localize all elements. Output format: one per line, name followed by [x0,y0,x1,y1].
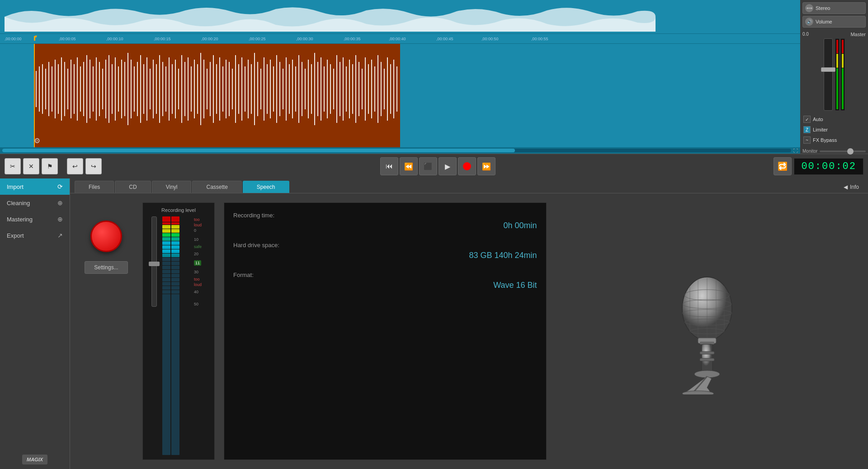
svg-rect-131 [700,358,714,361]
limiter-label: Limiter [813,127,828,132]
content-area: Files CD Vinyl Cassette Speech ◀ Info Se… [70,178,868,469]
mastering-label: Mastering [7,216,33,223]
limiter-checkbox[interactable]: Z [803,126,811,133]
settings-button[interactable]: Settings... [85,261,127,274]
monitor-thumb[interactable] [847,148,854,155]
info-label: Info [850,184,859,190]
tab-bar: Files CD Vinyl Cassette Speech ◀ Info [70,178,868,193]
svg-rect-128 [700,342,714,344]
info-arrow-icon: ◀ [844,184,848,190]
auto-button[interactable]: ✓ Auto [802,115,866,124]
volume-button[interactable]: 🔊 Volume [802,16,866,28]
sidebar-item-mastering[interactable]: Mastering ⊕ [0,211,70,227]
volume-label: Volume [816,19,832,24]
mini-waveform[interactable] [0,0,800,34]
record-dot [463,162,471,170]
stop-button[interactable]: ⬛ [419,157,437,175]
volume-icon: 🔊 [805,18,813,26]
level-meter-area: too loud 0 10 safe 20 11 30 too loud 40 [147,216,210,455]
timeline-ruler: ▼ ,00:00:00 ,00:00:05 ,00:00:10 ,00:00:1… [0,34,800,44]
cleaning-label: Cleaning [7,200,30,206]
fader-track[interactable] [151,216,157,307]
hard-drive-row: Hard drive space: 83 GB 140h 24min [233,242,537,260]
tab-files[interactable]: Files [75,181,114,193]
hard-drive-label: Hard drive space: [233,242,537,249]
cleaning-icon: ⊕ [57,199,63,206]
fx-bypass-label: FX Bypass [813,137,837,143]
magix-logo: MAGIX [22,455,47,464]
logo-area: MAGIX [0,450,70,469]
play-button[interactable]: ▶ [439,157,457,175]
record-area: Settings... [79,202,133,460]
top-section: ▼ ,00:00:00 ,00:00:05 ,00:00:10 ,00:00:1… [0,0,868,154]
format-value: Wave 16 Bit [233,281,537,290]
auto-label: Auto [813,117,823,122]
redo-button[interactable]: ↪ [85,158,102,174]
delete-tool-button[interactable]: ✕ [23,158,39,174]
export-icon: ↗ [57,232,63,239]
tab-cassette[interactable]: Cassette [192,181,241,193]
master-fader[interactable] [824,38,833,111]
sidebar-item-export[interactable]: Export ↗ [0,227,70,244]
time-display: 00:00:02 [794,158,863,175]
mini-waveform-svg [5,2,796,32]
svg-rect-130 [700,352,714,354]
monitor-section: Monitor [802,149,866,154]
master-label-row: 0.0 Master [802,32,866,37]
recording-time-row: Recording time: 0h 00min [233,212,537,230]
fader-thumb[interactable] [149,262,160,266]
sidebar-item-cleaning[interactable]: Cleaning ⊕ [0,195,70,211]
stereo-button[interactable]: ⟺ Stereo [802,2,866,14]
mic-area [556,202,859,460]
tab-cd[interactable]: CD [115,181,151,193]
master-value: 0.0 [802,32,809,37]
monitor-slider[interactable] [820,150,866,152]
loop-button[interactable]: 🔁 [774,157,792,175]
next-button[interactable]: ⏩ [477,157,495,175]
playhead [34,44,35,147]
stereo-label: Stereo [816,5,830,11]
recording-level-panel: Recording level [142,202,215,460]
svg-rect-129 [702,344,712,371]
stereo-icon: ⟺ [805,4,813,12]
level-fader[interactable] [147,216,161,455]
format-label: Format: [233,272,537,278]
fx-buttons: ✓ Auto Z Limiter ~ FX Bypass [802,115,866,145]
info-button[interactable]: ◀ Info [839,181,863,193]
fx-bypass-button[interactable]: ~ FX Bypass [802,136,866,145]
main-waveform[interactable]: ⚙ [0,44,800,147]
waveform-scrollbar[interactable]: ⛶ [0,147,800,154]
prev-button[interactable]: ⏪ [400,157,418,175]
master-volume-section: 0.0 Master [802,32,866,111]
monitor-label: Monitor [802,149,817,154]
import-label: Import [7,183,24,190]
export-label: Export [7,232,24,239]
meter-right [171,216,179,455]
auto-checkbox[interactable]: ✓ [803,116,811,123]
master-fader-container [802,38,866,111]
import-icon: ⟳ [57,183,63,190]
undo-button[interactable]: ↩ [67,158,83,174]
meter-left [162,216,170,455]
fx-bypass-checkbox[interactable]: ~ [803,136,811,144]
waveform-selection [34,44,400,147]
gear-icon[interactable]: ⚙ [34,136,40,145]
cut-tool-button[interactable]: ✂ [5,158,21,174]
record-button[interactable] [458,157,476,175]
big-record-button[interactable] [90,220,122,252]
mastering-icon: ⊕ [57,216,63,223]
go-start-button[interactable]: ⏮ [380,157,398,175]
sidebar: Import ⟳ Cleaning ⊕ Mastering ⊕ Export ↗… [0,178,70,469]
recording-time-label: Recording time: [233,212,537,219]
tab-speech[interactable]: Speech [243,181,289,193]
main-content: Import ⟳ Cleaning ⊕ Mastering ⊕ Export ↗… [0,178,868,469]
marker-tool-button[interactable]: ⚑ [42,158,58,174]
transport-controls: ⏮ ⏪ ⬛ ▶ ⏩ [104,157,771,175]
tab-vinyl[interactable]: Vinyl [152,181,192,193]
waveform-area: ▼ ,00:00:00 ,00:00:05 ,00:00:10 ,00:00:1… [0,0,800,154]
meter-bars [162,216,193,455]
limiter-button[interactable]: Z Limiter [802,125,866,134]
main-waveform-svg [34,44,400,147]
sidebar-item-import[interactable]: Import ⟳ [0,178,70,195]
recording-info-panel: Recording time: 0h 00min Hard drive spac… [224,202,547,460]
